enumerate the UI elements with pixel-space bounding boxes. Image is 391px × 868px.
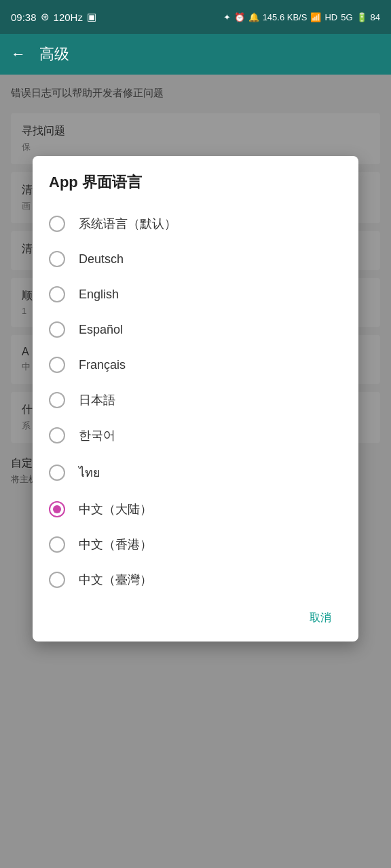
radio-circle-6 xyxy=(49,427,65,443)
status-icon-signal: ⊛ xyxy=(41,11,50,23)
radio-label-6: 한국어 xyxy=(79,427,115,443)
radio-label-2: English xyxy=(79,288,119,302)
language-option-3[interactable]: Español xyxy=(49,312,342,347)
status-icon-screen: ▣ xyxy=(87,11,96,23)
radio-circle-8 xyxy=(49,501,65,517)
status-frequency: 120Hz xyxy=(54,12,83,23)
back-button[interactable]: ← xyxy=(11,45,26,63)
language-option-0[interactable]: 系统语言（默认） xyxy=(49,206,342,241)
battery-icon: 🔋 xyxy=(356,12,367,22)
radio-label-3: Español xyxy=(79,323,123,337)
radio-label-4: Français xyxy=(79,358,126,372)
settings-content: 错误日志可以帮助开发者修正问题 寻找问题 保 清 画 载 清 顺 1 A 中 什… xyxy=(0,75,391,868)
radio-label-8: 中文（大陆） xyxy=(79,501,152,517)
language-option-1[interactable]: Deutsch xyxy=(49,241,342,277)
cancel-button[interactable]: 取消 xyxy=(299,606,342,631)
radio-circle-7 xyxy=(49,465,65,481)
radio-circle-3 xyxy=(49,321,65,338)
speed-label: 145.6 KB/S xyxy=(263,12,308,22)
status-left: 09:38 ⊛ 120Hz ▣ xyxy=(11,11,96,23)
language-option-2[interactable]: English xyxy=(49,277,342,312)
radio-circle-5 xyxy=(49,392,65,408)
language-option-7[interactable]: ไทย xyxy=(49,453,342,492)
language-option-8[interactable]: 中文（大陆） xyxy=(49,492,342,527)
status-right: ✦ ⏰ 🔔 145.6 KB/S 📶 HD 5G 🔋 84 xyxy=(223,12,380,22)
language-dialog: App 界面语言 系统语言（默认）DeutschEnglishEspañolFr… xyxy=(33,156,358,642)
language-option-6[interactable]: 한국어 xyxy=(49,418,342,453)
bluetooth-icon: ✦ xyxy=(223,12,231,22)
language-option-10[interactable]: 中文（臺灣） xyxy=(49,562,342,597)
language-options-list: 系统语言（默认）DeutschEnglishEspañolFrançais日本語… xyxy=(49,206,342,597)
radio-label-1: Deutsch xyxy=(79,252,124,267)
radio-circle-1 xyxy=(49,251,65,267)
radio-label-9: 中文（香港） xyxy=(79,536,152,553)
dialog-title: App 界面语言 xyxy=(49,172,342,193)
hd-icon: HD xyxy=(324,12,337,22)
nav-bar: ← 高级 xyxy=(0,34,391,75)
radio-circle-9 xyxy=(49,536,65,553)
battery-level: 84 xyxy=(371,12,380,22)
dialog-actions: 取消 xyxy=(49,606,342,631)
page-title: 高级 xyxy=(39,44,69,64)
status-bar: 09:38 ⊛ 120Hz ▣ ✦ ⏰ 🔔 145.6 KB/S 📶 HD 5G… xyxy=(0,0,391,34)
radio-label-0: 系统语言（默认） xyxy=(79,216,176,232)
network-icon: 5G xyxy=(341,12,352,22)
alarm-icon: ⏰ xyxy=(234,12,245,22)
radio-circle-4 xyxy=(49,357,65,373)
radio-circle-10 xyxy=(49,572,65,588)
dialog-overlay: App 界面语言 系统语言（默认）DeutschEnglishEspañolFr… xyxy=(0,75,391,868)
radio-label-10: 中文（臺灣） xyxy=(79,572,152,588)
wifi-icon: 📶 xyxy=(310,12,321,22)
radio-circle-0 xyxy=(49,216,65,232)
status-time: 09:38 xyxy=(11,12,37,23)
bell-icon: 🔔 xyxy=(248,12,259,22)
radio-circle-2 xyxy=(49,286,65,302)
language-option-9[interactable]: 中文（香港） xyxy=(49,527,342,562)
language-option-4[interactable]: Français xyxy=(49,347,342,382)
radio-label-5: 日本語 xyxy=(79,392,115,408)
language-option-5[interactable]: 日本語 xyxy=(49,382,342,418)
radio-label-7: ไทย xyxy=(79,462,100,482)
